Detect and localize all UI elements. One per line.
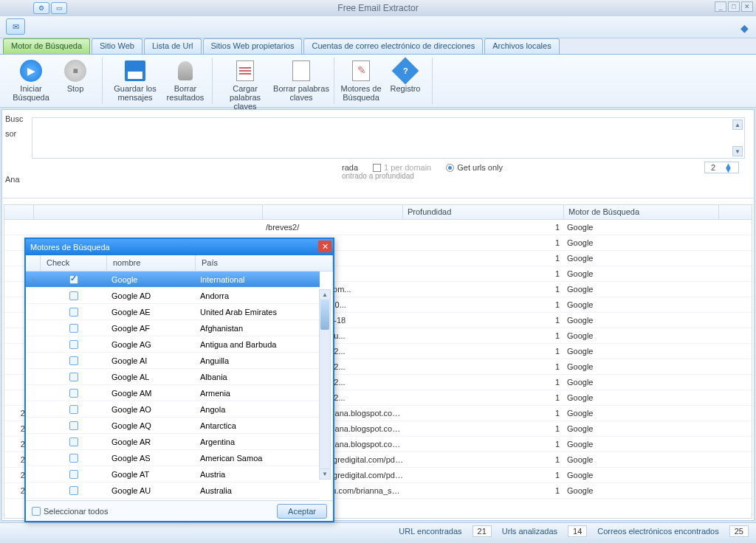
help-icon[interactable]: ◆ [740,22,749,34]
url-analyzed-value: 14 [568,525,587,537]
engine-row[interactable]: Google AUAustralia [26,483,320,499]
app-icon[interactable]: ✉ [6,18,25,35]
col-check[interactable]: Check [41,255,107,271]
clear-keywords-button[interactable]: Borrar palabras claves [273,58,329,102]
emails-found-label: Correos electrónicos encontrados [597,527,718,536]
keywords-input[interactable]: ▲ ▼ [32,117,745,159]
quick-settings-icon[interactable]: ⚙ [33,2,49,14]
sor-label: sor [5,129,16,138]
url-found-label: URL encontradas [399,527,461,536]
depth-spinner[interactable]: 2▲▼ [704,162,739,173]
tab-cuentas-de-correo-electrónico-de-direcciones[interactable]: Cuentas de correo electrónico de direcci… [303,38,483,54]
per-domain-checkbox[interactable]: 1 per domain [373,163,431,172]
dialog-scrollbar[interactable]: ▲▼ [319,289,331,480]
stop-button[interactable]: ■Stop [53,58,97,93]
scroll-down-icon[interactable]: ▼ [732,146,743,156]
busc-label: Busc [5,114,23,123]
dialog-close-button[interactable]: ✕ [318,241,331,252]
emails-found-value: 25 [729,525,749,537]
toolbar: ▶Iniciar Búsqueda ■Stop Guardar los mens… [0,55,756,108]
engine-row[interactable]: Google AIAnguilla [26,353,320,369]
tab-archivos-locales[interactable]: Archivos locales [484,38,559,54]
engine-row[interactable]: Google ASAmerican Samoa [26,450,320,466]
engine-row[interactable]: Google AQAntarctica [26,418,320,434]
col-engine[interactable]: Motor de Búsqueda [564,205,719,219]
get-urls-radio[interactable]: Get urls only [446,163,503,172]
engine-row[interactable]: Google AFAfghanistan [26,320,320,336]
engines-dialog: Motores de Búsqueda ✕ Check nombre País … [24,238,334,522]
col-n[interactable] [4,205,34,219]
scroll-up-icon[interactable]: ▲ [732,120,743,130]
engine-row[interactable]: Google ATAustria [26,466,320,483]
engine-row[interactable]: Google AGAntigua and Barbuda [26,336,320,353]
accept-button[interactable]: Aceptar [277,504,327,519]
register-button[interactable]: ?Registro [383,58,427,93]
engine-row[interactable]: Google AWAruba [26,499,320,500]
tab-motor-de-búsqueda[interactable]: Motor de Búsqueda [3,38,90,54]
col-email[interactable] [34,205,263,219]
engine-row[interactable]: Google AOAngola [26,401,320,418]
engine-row[interactable]: ›GoogleInternational [26,272,320,288]
select-all-checkbox[interactable]: Seleccionar todos [32,507,108,516]
close-button[interactable]: ✕ [741,1,753,12]
table-row[interactable]: /breves2/1Google [4,220,752,235]
window-title: Free Email Extractor [0,3,756,13]
engine-row[interactable]: Google ALAlbania [26,369,320,385]
search-panel: Busc sor Ana ▲ ▼ rada 1 per domain Get u… [2,110,754,198]
url-found-value: 21 [472,525,492,537]
main-tabs: Motor de BúsquedaSitio WebLista de UrlSi… [0,38,756,55]
col-name[interactable]: nombre [107,255,196,271]
engine-row[interactable]: Google AMArmenia [26,385,320,401]
url-analyzed-label: Urls analizadas [502,527,557,536]
depth-label: ontrado a profundidad [342,172,414,180]
ribbon-header: ✉ ◆ [0,16,756,38]
tab-sitio-web[interactable]: Sitio Web [92,38,142,54]
status-bar: URL encontradas 21 Urls analizadas 14 Co… [0,522,756,539]
clear-results-button[interactable]: Borrar resultados [163,58,207,102]
tab-sitios-web-propietarios[interactable]: Sitios Web propietarios [203,38,303,54]
col-url[interactable] [263,205,403,219]
col-depth[interactable]: Profundidad [403,205,564,219]
dialog-title: Motores de Búsqueda [30,243,110,252]
engines-button[interactable]: Motores de Búsqueda [339,58,383,102]
titlebar: ⚙ ▭ Free Email Extractor _ □ ✕ [0,0,756,16]
engine-row[interactable]: Google ADAndorra [26,288,320,304]
save-button[interactable]: Guardar los mensajes [107,58,163,102]
engine-row[interactable]: Google ARArgentina [26,434,320,450]
ana-label: Ana [5,175,20,184]
opt-rada: rada [342,163,358,172]
maximize-button[interactable]: □ [728,1,740,12]
start-button[interactable]: ▶Iniciar Búsqueda [9,58,53,102]
tab-lista-de-url[interactable]: Lista de Url [144,38,202,54]
col-country[interactable]: País [196,255,333,271]
load-keywords-button[interactable]: Cargar palabras claves [217,58,273,111]
engine-row[interactable]: Google AEUnited Arab Emirates [26,304,320,320]
minimize-button[interactable]: _ [715,1,726,12]
quick-monitor-icon[interactable]: ▭ [51,2,67,14]
